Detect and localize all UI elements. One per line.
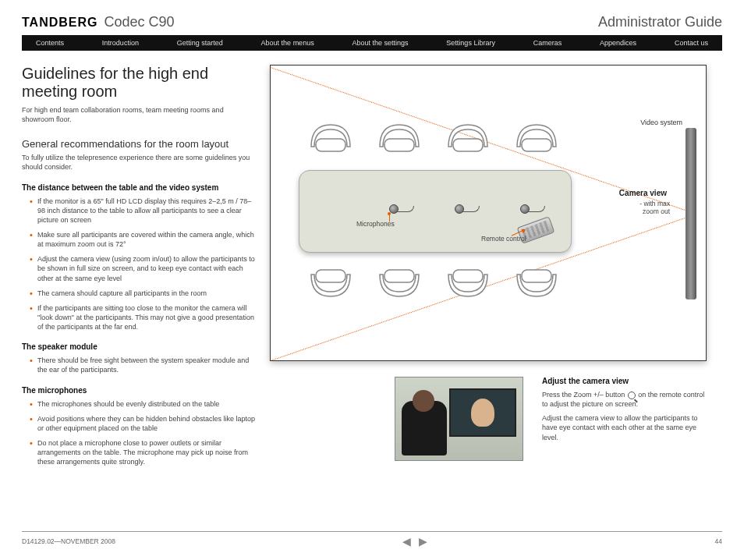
zoom-icon (628, 392, 636, 399)
page-header: TANDBERG Codec C90 Administrator Guide (22, 14, 722, 30)
page-title: Guidelines for the high end meeting room (22, 65, 256, 101)
recommendations-sub: To fully utilize the telepresence experi… (22, 153, 256, 172)
svg-rect-7 (522, 270, 551, 282)
adjust-heading: Adjust the camera view (542, 377, 707, 385)
list-item: Adjust the camera view (using zoom in/ou… (30, 254, 256, 282)
adjust-block: Adjust the camera view Press the Zoom +/… (542, 377, 707, 461)
adjust-p2: Adjust the camera view to allow the part… (542, 413, 707, 441)
chair-icon (375, 268, 423, 306)
svg-rect-2 (453, 139, 483, 151)
nav-getting-started[interactable]: Getting started (177, 39, 223, 47)
speaker-heading: The speaker module (22, 342, 256, 351)
product-name: Codec C90 (104, 14, 174, 30)
nav-cameras[interactable]: Cameras (533, 39, 562, 47)
list-item: The microphones should be evenly distrib… (30, 399, 256, 409)
distance-heading: The distance between the table and the v… (22, 183, 256, 192)
brand-logo: TANDBERG (22, 16, 97, 30)
nav-about-menus[interactable]: About the menus (261, 39, 314, 47)
right-column: Video system Camera view - with max zoom… (270, 65, 722, 472)
speaker-list: There should be free sight between the s… (22, 356, 256, 374)
chair-icon (444, 115, 492, 153)
svg-rect-4 (316, 270, 345, 282)
remote-label: Remote control (481, 236, 526, 243)
svg-rect-0 (316, 139, 345, 151)
list-item: Make sure all participants are covered w… (30, 230, 256, 249)
svg-rect-3 (522, 139, 551, 151)
chair-icon (444, 268, 492, 306)
chair-icon (306, 268, 355, 306)
left-column: Guidelines for the high end meeting room… (22, 65, 256, 472)
doc-id: D14129.02—NOVEMBER 2008 (22, 537, 115, 545)
list-item: Avoid positions where they can be hidden… (30, 414, 256, 433)
microphones-heading: The microphones (22, 386, 256, 395)
list-item: If the monitor is a 65" full HD LCD disp… (30, 197, 256, 225)
video-system-label: Video system (640, 119, 682, 126)
chair-icon (306, 115, 355, 153)
camera-view-sub: - with max zoom out (623, 200, 670, 215)
brand: TANDBERG Codec C90 (22, 14, 175, 30)
adjust-p1a: Press the Zoom +/– button (542, 391, 627, 399)
prev-page-button[interactable]: ◀ (402, 535, 411, 548)
svg-rect-1 (384, 139, 414, 151)
chair-icon (375, 115, 423, 153)
page-number: 44 (715, 537, 722, 545)
video-system-icon (686, 128, 696, 299)
microphones-label: Microphones (356, 220, 395, 228)
list-item: Do not place a microphone close to power… (30, 438, 256, 466)
pager: ◀ ▶ (402, 535, 427, 548)
page-subtitle: For high end team collaboration rooms, t… (22, 105, 256, 124)
chair-icon (512, 115, 561, 153)
svg-rect-5 (384, 270, 414, 282)
navbar: Contents Introduction Getting started Ab… (22, 35, 722, 51)
nav-contents[interactable]: Contents (36, 39, 64, 47)
nav-settings-library[interactable]: Settings Library (446, 39, 495, 47)
chair-icon (512, 268, 561, 306)
room-diagram: Video system Camera view - with max zoom… (270, 65, 707, 361)
page-footer: D14129.02—NOVEMBER 2008 ◀ ▶ 44 (22, 531, 722, 548)
adjust-p1: Press the Zoom +/– button on the remote … (542, 390, 707, 409)
microphones-list: The microphones should be evenly distrib… (22, 399, 256, 467)
distance-list: If the monitor is a 65" full HD LCD disp… (22, 197, 256, 332)
admin-guide-title: Administrator Guide (598, 14, 722, 30)
camera-view-label: Camera view (619, 189, 667, 197)
list-item: The camera should capture all participan… (30, 289, 256, 298)
list-item: There should be free sight between the s… (30, 356, 256, 374)
nav-introduction[interactable]: Introduction (102, 39, 139, 47)
photo-illustration (395, 377, 523, 461)
nav-contact[interactable]: Contact us (675, 39, 708, 47)
nav-appendices[interactable]: Appendices (600, 39, 636, 47)
recommendations-heading: General recommendations for the room lay… (22, 138, 256, 150)
list-item: If the participants are sitting too clos… (30, 303, 256, 331)
next-page-button[interactable]: ▶ (419, 535, 427, 548)
nav-about-settings[interactable]: About the settings (352, 39, 408, 47)
svg-rect-6 (453, 270, 483, 282)
